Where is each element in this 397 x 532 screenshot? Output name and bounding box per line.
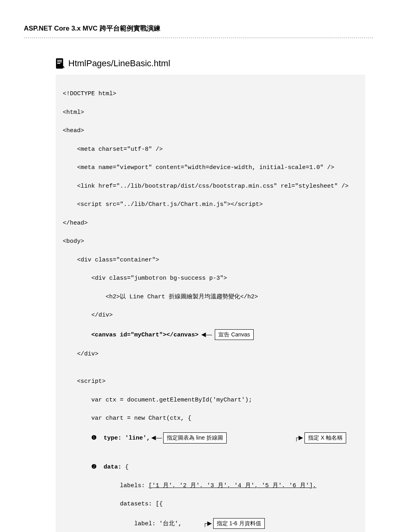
- callout-canvas: 宣告 Canvas: [215, 329, 253, 340]
- arrow-left-icon: ◀—: [198, 330, 215, 339]
- code-line: <script src="../lib/Chart.js/Chart.min.j…: [63, 200, 358, 209]
- callout-data: 指定 1-6 月資料值: [213, 518, 265, 529]
- callout-xaxis: 指定 X 軸名稱: [304, 432, 346, 444]
- svg-rect-2: [57, 61, 62, 62]
- code-line: var ctx = document.getElementById('myCha…: [63, 396, 358, 405]
- code-line: </div>: [63, 311, 358, 320]
- code-line: datasets: [{: [63, 499, 358, 509]
- code-line: <meta name="viewport" content="width=dev…: [63, 163, 358, 172]
- arrow-left-icon: ◀—: [150, 433, 163, 442]
- code-line: <div class="jumbotron bg-success p-3">: [63, 274, 358, 283]
- code-line: <link href="../lib/bootstrap/dist/css/bo…: [63, 182, 358, 191]
- code-line: ❷ data: {: [63, 462, 358, 472]
- file-icon: [56, 58, 65, 69]
- file-title-text: HtmlPages/LineBasic.html: [68, 58, 170, 69]
- arrow-down-icon: ┌▶: [202, 519, 213, 528]
- callout-type: 指定圖表為 line 折線圖: [163, 432, 227, 444]
- code-line: <div class="container">: [63, 255, 358, 265]
- code-line: <html>: [63, 108, 358, 117]
- code-line: labels: ['1 月', '2 月', '3 月', '4 月', '5 …: [63, 481, 358, 490]
- svg-rect-3: [57, 63, 60, 64]
- code-line: <body>: [63, 237, 358, 246]
- code-line: <!DOCTYPE html>: [63, 89, 358, 98]
- page-header: ASP.NET Core 3.x MVC 跨平台範例實戰演練: [24, 24, 373, 33]
- code-line: <head>: [63, 126, 358, 135]
- code-line: <script>: [63, 377, 358, 386]
- code-line: <h2>以 Line Chart 折線圖繪製月均溫趨勢變化</h2>: [63, 292, 358, 302]
- divider: [24, 38, 373, 38]
- code-line: var chart = new Chart(ctx, {: [63, 414, 358, 423]
- code-line: label: '台北',┌▶指定 1-6 月資料值: [63, 518, 358, 529]
- file-title: HtmlPages/LineBasic.html: [56, 58, 373, 69]
- svg-rect-1: [57, 60, 62, 61]
- code-line: </head>: [63, 219, 358, 228]
- arrow-down-icon: ┌▶: [293, 433, 304, 442]
- code-line: <canvas id="myChart"></canvas> ◀— 宣告 Can…: [63, 329, 358, 340]
- code-block: <!DOCTYPE html> <html> <head> <meta char…: [56, 75, 365, 532]
- code-line: ❶ type: 'line',◀—指定圖表為 line 折線圖 ┌▶指定 X 軸…: [63, 432, 358, 453]
- code-line: </div>: [63, 350, 358, 359]
- code-line: <meta charset="utf-8" />: [63, 145, 358, 154]
